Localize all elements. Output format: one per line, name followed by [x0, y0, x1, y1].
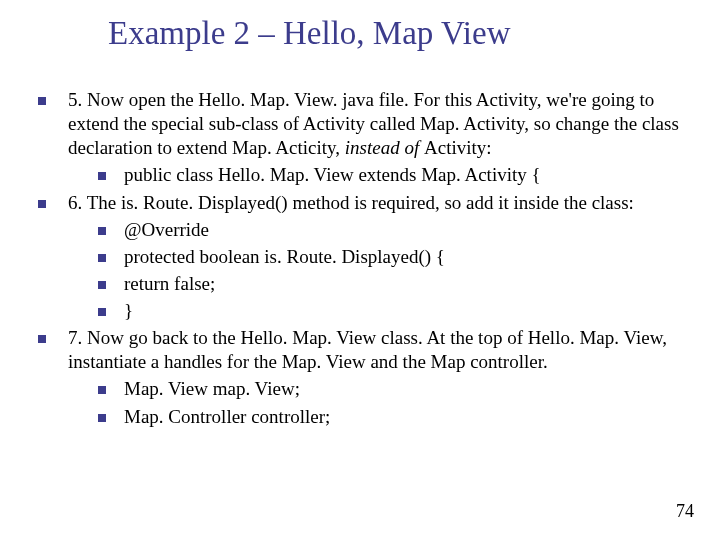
- slide-body: 5. Now open the Hello. Map. View. java f…: [38, 88, 688, 432]
- bullet-level1: 6. The is. Route. Displayed() method is …: [38, 191, 688, 215]
- bullet-text: @Override: [124, 218, 688, 242]
- square-bullet-icon: [98, 308, 106, 316]
- page-number: 74: [676, 501, 694, 522]
- bullet-text: 5. Now open the Hello. Map. View. java f…: [68, 88, 688, 160]
- square-bullet-icon: [98, 172, 106, 180]
- bullet-level2: Map. View map. View;: [38, 377, 688, 401]
- square-bullet-icon: [98, 386, 106, 394]
- bullet-text: Map. Controller controller;: [124, 405, 688, 429]
- bullet-level2: protected boolean is. Route. Displayed()…: [38, 245, 688, 269]
- bullet-text: }: [124, 299, 688, 323]
- bullet-level2: Map. Controller controller;: [38, 405, 688, 429]
- bullet-level2: }: [38, 299, 688, 323]
- bullet-level1: 7. Now go back to the Hello. Map. View c…: [38, 326, 688, 374]
- slide-title: Example 2 – Hello, Map View: [108, 14, 511, 54]
- bullet-text: Map. View map. View;: [124, 377, 688, 401]
- bullet-level2: return false;: [38, 272, 688, 296]
- bullet-text: protected boolean is. Route. Displayed()…: [124, 245, 688, 269]
- square-bullet-icon: [98, 227, 106, 235]
- square-bullet-icon: [98, 281, 106, 289]
- slide: { "title": "Example 2 – Hello, Map View"…: [0, 0, 720, 540]
- bullet-level2: public class Hello. Map. View extends Ma…: [38, 163, 688, 187]
- bullet-text: 6. The is. Route. Displayed() method is …: [68, 191, 688, 215]
- square-bullet-icon: [98, 254, 106, 262]
- square-bullet-icon: [98, 414, 106, 422]
- square-bullet-icon: [38, 97, 46, 105]
- bullet-level2: @Override: [38, 218, 688, 242]
- bullet-text: return false;: [124, 272, 688, 296]
- square-bullet-icon: [38, 335, 46, 343]
- bullet-level1: 5. Now open the Hello. Map. View. java f…: [38, 88, 688, 160]
- bullet-text: 7. Now go back to the Hello. Map. View c…: [68, 326, 688, 374]
- square-bullet-icon: [38, 200, 46, 208]
- bullet-text: public class Hello. Map. View extends Ma…: [124, 163, 688, 187]
